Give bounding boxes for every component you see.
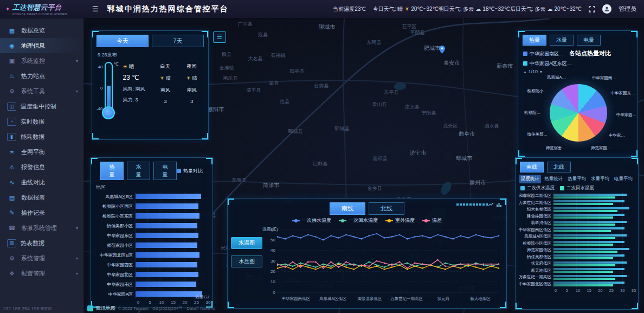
legend-item[interactable]: 中华家园南区… [523, 50, 564, 58]
legend-item[interactable]: 一次回水温度 [339, 217, 378, 224]
pie-disc[interactable] [550, 84, 607, 142]
map-canvas[interactable]: 广平县冠县聊城市茌平区东阿县平阴县肥城市泰安市新泰市魏县大名县石福镇金滩镇阳谷县… [84, 18, 644, 313]
map-attribution: 腾讯地图 © 2023 Tencent - GS(2023)204号 - Dat… [87, 305, 215, 312]
sidebar-item-热表数据[interactable]: ▥热表数据 [0, 235, 83, 251]
bars-tab-水量[interactable]: 水量 [127, 162, 150, 180]
trend-tab-北线[interactable]: 北线 [369, 202, 404, 215]
page-up-icon[interactable]: ▲ [523, 70, 527, 74]
pagination-dots[interactable] [456, 203, 488, 206]
weather-tab-今天[interactable]: 今天 [96, 35, 149, 47]
subtab-热量统计[interactable]: 热量统计 [543, 175, 564, 183]
legend-item[interactable]: 中华家园A区东区… [523, 60, 572, 67]
chevron-down-icon: ▾ [76, 226, 78, 231]
hbar-chart[interactable]: 凤凰城A区E区检察院小区西区检察院小区东区怡佳美郡小区中华家园东区师范家园小区中… [91, 191, 212, 299]
fullscreen-icon[interactable] [589, 6, 595, 12]
bar [553, 261, 627, 264]
map-pin[interactable] [439, 46, 445, 54]
map-place-label: 宁阳县 [422, 110, 436, 117]
line-chart-icon[interactable] [488, 202, 494, 208]
legend-item[interactable]: 二次供水温度 [520, 185, 555, 191]
trend-tabs: 南线北线 [330, 202, 404, 215]
subtab-水量平均[interactable]: 水量平均 [589, 175, 611, 183]
sidebar-item-曲线对比[interactable]: ∿曲线对比 [0, 175, 83, 190]
subtab-电量平均[interactable]: 电量平均 [613, 175, 634, 183]
bar [553, 200, 624, 202]
config-icon: ❖ [7, 270, 17, 277]
page-dot[interactable] [456, 203, 459, 206]
sidebar-item-系统监控[interactable]: ▣系统监控▾ [0, 53, 83, 68]
bar-label: 建业桂园低区 [518, 214, 553, 219]
bar-label: 恒大名都低区 [518, 207, 553, 212]
menu-toggle-icon[interactable]: ☰ [92, 5, 99, 13]
map-provider: 腾讯地图 [96, 305, 115, 312]
sidebar-item-客服系统管理[interactable]: ☎客服系统管理▾ [0, 220, 83, 235]
sidebar-item-操作记录[interactable]: ✎操作记录 [0, 205, 83, 220]
legend-item[interactable]: 室外温度 [385, 217, 415, 224]
page-dot[interactable] [463, 203, 465, 206]
pie-tab-水量[interactable]: 水量 [550, 35, 574, 46]
subtab-温度统计[interactable]: 温度统计 [519, 175, 541, 183]
sidebar-item-能耗数据[interactable]: ▮能耗数据 [0, 129, 83, 144]
sidebar-item-label: 系统监控 [21, 57, 45, 65]
sidebar-item-全网平衡[interactable]: ≍全网平衡 [0, 144, 83, 159]
map-place-label: 泗水县 [485, 123, 499, 130]
bars-tab-热量[interactable]: 热量 [100, 162, 124, 180]
sidebar-item-报警信息[interactable]: ⚠报警信息 [0, 159, 83, 175]
meter-icon: ▥ [7, 239, 16, 247]
sidebar-item-label: 地理信息 [21, 42, 45, 50]
water-temperature-trend-panel: 南线北线 一次供水温度一次回水温度室外温度温差 水温图水压图 温度(℃) 010… [227, 198, 507, 309]
sidebar-item-配置管理[interactable]: ❖配置管理▾ [0, 266, 83, 281]
page-dot[interactable] [473, 203, 475, 206]
sidebar-item-系统工具[interactable]: ⚙系统工具▾ [0, 84, 83, 99]
bar-track [553, 274, 634, 281]
bars-tab-电量[interactable]: 电量 [153, 162, 177, 180]
sidebar-item-地理信息[interactable]: ◉地理信息 [0, 38, 83, 53]
pie-tab-电量[interactable]: 电量 [577, 35, 601, 46]
logo-icon: ✦ [5, 6, 10, 12]
page-dot[interactable] [482, 203, 485, 206]
sidebar-item-数据报表[interactable]: ▤数据报表 [0, 190, 83, 205]
map-layers-button[interactable]: ☰ [213, 31, 226, 43]
mode-button-水温图[interactable]: 水温图 [231, 237, 262, 249]
svg-text:万象世纪一期高区: 万象世纪一期高区 [390, 296, 423, 301]
page-down-icon[interactable]: ▼ [539, 70, 543, 74]
page-dot[interactable] [479, 203, 481, 206]
pie-chart[interactable]: 中华家园南侧区中华家园东区…中华家园…中华家…师范家园…师范宿舍…怡佳美郡…检察… [518, 74, 637, 157]
page-dot[interactable] [460, 203, 462, 206]
thermometer: 40 0 -40 ℃ [96, 62, 119, 114]
legend-swatch [177, 169, 181, 173]
svg-text:状元府: 状元府 [437, 296, 450, 301]
bar-chart-icon[interactable] [496, 202, 502, 208]
weather-tab-7天[interactable]: 7天 [152, 35, 204, 47]
sidebar-item-系统管理[interactable]: ⚙系统管理▾ [0, 251, 83, 266]
user-name[interactable]: 管理员 [619, 5, 636, 13]
svg-text:御景温泉低区: 御景温泉低区 [358, 296, 383, 301]
legend-item[interactable]: 热量对比 [177, 168, 203, 175]
legend-item[interactable]: 一次供水温度 [292, 217, 331, 224]
pie-tab-热量[interactable]: 热量 [523, 35, 546, 46]
trend-tab-南线[interactable]: 南线 [330, 202, 365, 215]
sidebar-item-数据总览[interactable]: ▦数据总览 [0, 23, 83, 38]
mode-button-水压图[interactable]: 水压图 [231, 255, 262, 267]
avatar[interactable] [602, 4, 611, 14]
thermometer-tube [105, 62, 113, 114]
bar [553, 194, 627, 196]
cmp-tab-北线[interactable]: 北线 [547, 162, 571, 173]
sidebar-item-温度集中控制[interactable]: ◫温度集中控制 [0, 99, 83, 114]
cmp-tab-南线[interactable]: 南线 [520, 162, 544, 173]
forecast-range: 20℃~32℃ [411, 6, 439, 12]
sidebar-item-实时数据[interactable]: ◔实时数据 [0, 114, 83, 129]
line-chart[interactable]: 温度(℃) 0102030405060中华家园南低区凤凰城A区低区御景温泉低区万… [262, 225, 504, 309]
page-dot[interactable] [476, 203, 478, 206]
subtab-热量平均[interactable]: 热量平均 [566, 175, 588, 183]
grouped-hbar-chart[interactable]: 和馨家园二期低区万象世纪二期低区恒大名都低区建业桂园低区翡翠湾低区中华家园南区低… [516, 193, 638, 288]
legend-item[interactable]: 二次回水温度 [560, 185, 594, 191]
legend-item[interactable]: 温差 [422, 217, 442, 224]
sidebar-item-热力站点[interactable]: ♨热力站点 [0, 68, 83, 84]
map-place-label: 金滩镇 [220, 65, 234, 72]
forecast-label: 明日天气: 多云 [439, 5, 474, 13]
sidebar-item-label: 数据总览 [21, 27, 45, 35]
page-dot[interactable] [466, 203, 468, 206]
bar [136, 272, 198, 277]
page-dot[interactable] [469, 203, 472, 206]
